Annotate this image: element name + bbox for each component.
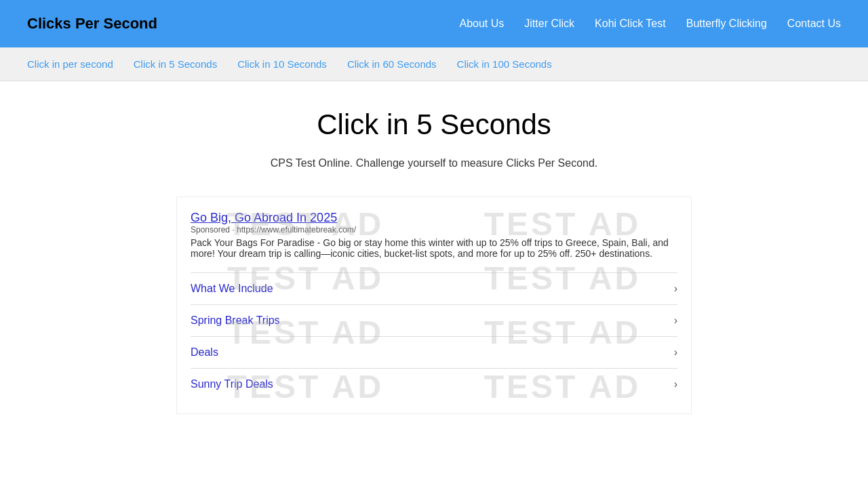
ad-title-link[interactable]: Go Big, Go Abroad In 2025	[191, 211, 337, 224]
subnav-link-click-in-100-seconds[interactable]: Click in 100 Seconds	[457, 58, 552, 70]
nav-link-kohi-click-test[interactable]: Kohi Click Test	[595, 18, 666, 30]
ad-row-link[interactable]: What We Include	[191, 283, 273, 295]
ad-row-link[interactable]: Deals	[191, 346, 218, 359]
nav-link-jitter-click[interactable]: Jitter Click	[524, 18, 574, 30]
ad-block: TEST AD TEST AD TEST AD TEST AD TEST AD …	[176, 197, 692, 414]
chevron-right-icon: ›	[674, 346, 677, 359]
chevron-right-icon: ›	[674, 378, 677, 390]
subnav-link-click-in-10-seconds[interactable]: Click in 10 Seconds	[237, 58, 327, 70]
ad-row-link[interactable]: Sunny Trip Deals	[191, 378, 273, 390]
page-title: Click in 5 Seconds	[14, 108, 854, 141]
ad-sponsored-label: Sponsored · https://www.efultimatebreak.…	[191, 225, 677, 235]
site-logo[interactable]: Clicks Per Second	[27, 15, 157, 33]
subnav-link-click-in-5-seconds[interactable]: Click in 5 Seconds	[134, 58, 217, 70]
subnav-link-click-in-per-second[interactable]: Click in per second	[27, 58, 113, 70]
ad-row[interactable]: Deals›	[191, 336, 677, 368]
ad-row[interactable]: Sunny Trip Deals›	[191, 368, 677, 400]
ad-row[interactable]: Spring Break Trips›	[191, 304, 677, 336]
ad-body-text: Pack Your Bags For Paradise - Go big or …	[191, 237, 677, 259]
chevron-right-icon: ›	[674, 283, 677, 295]
chevron-right-icon: ›	[674, 314, 677, 327]
sub-nav: Click in per secondClick in 5 SecondsCli…	[0, 47, 868, 81]
main-nav: About UsJitter ClickKohi Click TestButte…	[459, 18, 841, 30]
ad-rows: What We Include›Spring Break Trips›Deals…	[191, 272, 677, 400]
ad-row[interactable]: What We Include›	[191, 272, 677, 304]
ad-sponsored-url: https://www.efultimatebreak.com/	[237, 225, 356, 235]
nav-link-contact-us[interactable]: Contact Us	[787, 18, 841, 30]
ad-row-link[interactable]: Spring Break Trips	[191, 314, 280, 327]
nav-link-about-us[interactable]: About Us	[459, 18, 504, 30]
subnav-link-click-in-60-seconds[interactable]: Click in 60 Seconds	[347, 58, 437, 70]
main-content: Click in 5 Seconds CPS Test Online. Chal…	[0, 81, 868, 441]
nav-link-butterfly-clicking[interactable]: Butterfly Clicking	[686, 18, 767, 30]
site-header: Clicks Per Second About UsJitter ClickKo…	[0, 0, 868, 47]
page-description: CPS Test Online. Challenge yourself to m…	[14, 157, 854, 169]
